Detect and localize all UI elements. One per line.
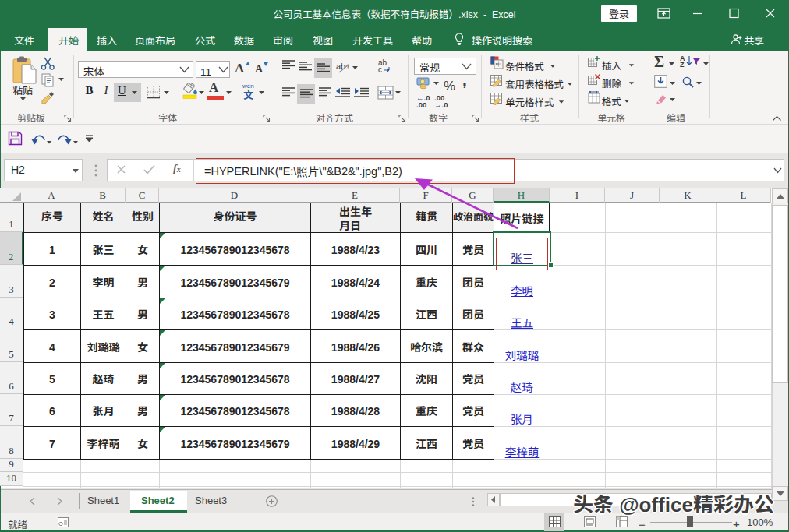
svg-text:c: c — [378, 65, 382, 74]
svg-text:=: = — [496, 60, 499, 67]
svg-text:ab: ab — [336, 62, 345, 71]
